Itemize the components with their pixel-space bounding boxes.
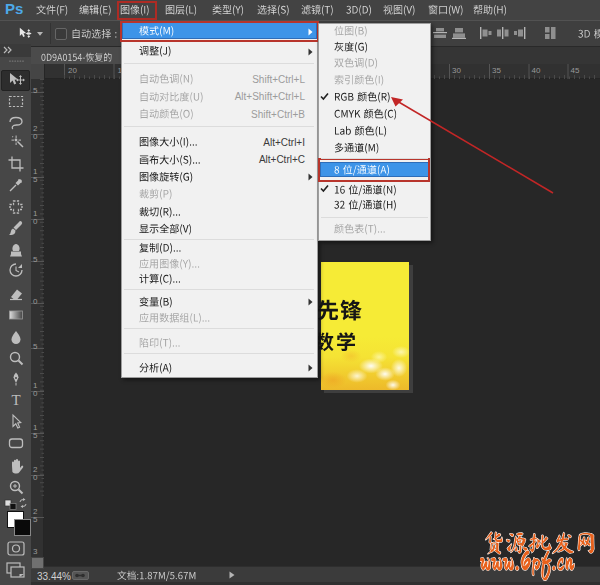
svg-text:T: T	[11, 392, 20, 408]
